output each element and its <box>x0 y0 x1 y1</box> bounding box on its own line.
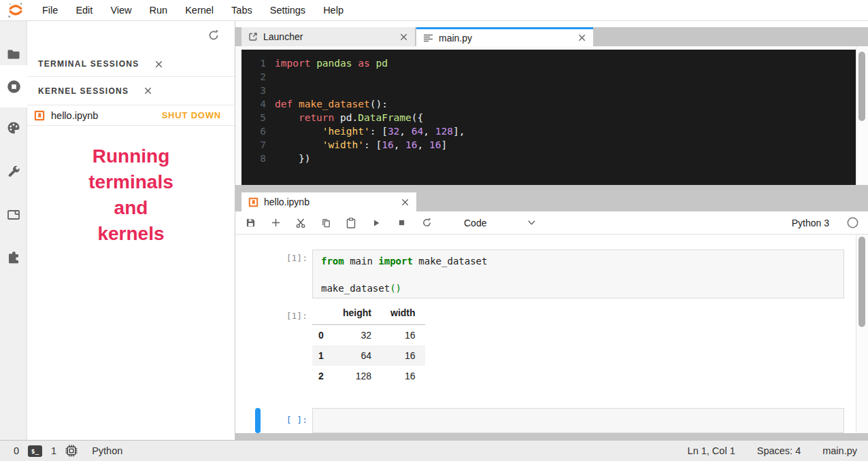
table-row-index: 2 <box>312 366 333 386</box>
table-cell: 128 <box>333 366 381 386</box>
notebook-content: [1]: from main import make_dataset make_… <box>235 235 868 433</box>
tab-hello-ipynb[interactable]: hello.ipynb <box>241 192 416 211</box>
table-corner <box>312 305 333 325</box>
close-icon[interactable] <box>578 33 586 42</box>
annotation-line: Running <box>27 143 235 169</box>
line-number: 3 <box>241 84 266 97</box>
line-number: 6 <box>241 124 266 138</box>
close-icon[interactable] <box>401 198 410 207</box>
dataframe-output-table: heightwidth0321616416212816 <box>312 305 425 386</box>
stop-icon[interactable] <box>396 218 407 228</box>
scrollbar-thumb[interactable] <box>858 237 865 327</box>
table-column-header: height <box>333 305 381 325</box>
indent-setting[interactable]: Spaces: 4 <box>757 445 801 456</box>
kernel-session-row[interactable]: hello.ipynb SHUT DOWN <box>27 105 235 126</box>
panel-toolbar <box>27 21 235 52</box>
status-bar: 0 $_ 1 Python Ln 1, Col 1 Spaces <box>0 440 868 461</box>
tab-main-py[interactable]: main.py <box>416 27 593 46</box>
save-icon[interactable] <box>245 218 256 228</box>
paste-icon[interactable] <box>346 218 356 228</box>
notebook-tab-bar: hello.ipynb <box>235 192 868 211</box>
code-line: 8 }) <box>241 152 856 165</box>
kernel-indicator[interactable]: Python 3 <box>792 217 868 228</box>
code-line: 1import pandas as pd <box>241 56 856 70</box>
restart-icon[interactable] <box>421 218 432 228</box>
line-number: 8 <box>241 152 266 165</box>
code-line: 6 'height': [32, 64, 128], <box>241 124 856 138</box>
annotation-line: and <box>27 195 235 221</box>
line-number: 2 <box>241 70 266 84</box>
terminal-icon: $_ <box>28 445 42 457</box>
tab-launcher[interactable]: Launcher <box>241 27 415 46</box>
menu: FileEditViewRunKernelTabsSettingsHelp <box>33 0 352 20</box>
code-line <box>321 268 835 281</box>
add-icon[interactable] <box>270 218 281 228</box>
annotation-line: terminals <box>27 169 235 195</box>
menu-item-settings[interactable]: Settings <box>261 0 314 20</box>
chip-icon <box>65 445 78 457</box>
run-icon[interactable] <box>371 218 382 228</box>
table-cell: 16 <box>381 366 425 386</box>
cell-type-dropdown[interactable]: Code <box>464 218 536 228</box>
scrollbar-thumb[interactable] <box>858 52 865 121</box>
kernel-status-label: Python <box>92 445 122 456</box>
close-icon[interactable] <box>399 33 408 41</box>
annotation-line: kernels <box>27 221 235 247</box>
close-icon[interactable] <box>154 60 163 69</box>
line-number: 4 <box>241 97 266 111</box>
session-name: hello.ipynb <box>51 110 162 121</box>
code-cell[interactable]: from main import make_dataset make_datas… <box>312 250 844 298</box>
stop-circle-icon <box>6 79 22 95</box>
table-row: 212816 <box>312 366 425 386</box>
code-editor[interactable]: 1import pandas as pd2 3 4def make_datase… <box>241 50 856 185</box>
table-cell: 16 <box>381 345 425 366</box>
sidebar-item-commands[interactable] <box>0 107 27 149</box>
cell-type-value: Code <box>464 218 486 228</box>
notebook-icon <box>248 197 258 207</box>
menu-item-help[interactable]: Help <box>314 0 352 20</box>
code-editor-panel: 1import pandas as pd2 3 4def make_datase… <box>235 46 868 185</box>
kernel-sessions-label: KERNEL SESSIONS <box>38 86 129 96</box>
editor-status-group: Ln 1, Col 1 Spaces: 4 main.py <box>666 445 868 456</box>
terminal-sessions-label: TERMINAL SESSIONS <box>38 59 139 69</box>
code-line: 2 <box>241 70 856 84</box>
editor-scrollbar <box>856 46 868 185</box>
cut-icon[interactable] <box>295 218 306 228</box>
shutdown-button[interactable]: SHUT DOWN <box>162 110 221 120</box>
running-sessions-status[interactable]: 0 $_ 1 Python <box>14 445 122 457</box>
dock-top-strip <box>235 21 868 27</box>
sidebar-item-tabs[interactable] <box>0 194 27 236</box>
copy-icon[interactable] <box>320 218 331 228</box>
menu-item-view[interactable]: View <box>101 0 140 20</box>
code-line: 7 'width': [16, 16, 16] <box>241 138 856 152</box>
code-line: 5 return pd.DataFrame({ <box>241 111 856 124</box>
menu-bar: FileEditViewRunKernelTabsSettingsHelp <box>0 0 868 21</box>
table-row-index: 0 <box>312 325 333 346</box>
empty-code-cell[interactable] <box>312 408 844 433</box>
line-number: 7 <box>241 138 266 152</box>
code-line: make_dataset() <box>321 281 835 295</box>
terminal-sessions-header: TERMINAL SESSIONS <box>27 52 235 77</box>
table-cell: 16 <box>381 325 425 346</box>
tab-label: hello.ipynb <box>264 197 401 207</box>
close-icon[interactable] <box>144 86 152 95</box>
menu-item-kernel[interactable]: Kernel <box>176 0 222 20</box>
tab-label: Launcher <box>263 31 399 42</box>
refresh-icon[interactable] <box>207 29 220 41</box>
menu-item-run[interactable]: Run <box>141 0 177 20</box>
cursor-position[interactable]: Ln 1, Col 1 <box>688 445 735 456</box>
text-file-icon <box>423 33 433 43</box>
dock-split-handle[interactable] <box>235 185 868 192</box>
sidebar-item-running[interactable] <box>0 65 27 107</box>
menu-item-tabs[interactable]: Tabs <box>222 0 261 20</box>
jupyterlab-window: FileEditViewRunKernelTabsSettingsHelp <box>0 0 868 461</box>
main-dock-panel: Launcher main.py <box>235 21 868 440</box>
line-number: 5 <box>241 111 266 124</box>
table-cell: 64 <box>333 345 381 366</box>
sidebar-item-extensions[interactable] <box>0 237 27 279</box>
menu-item-file[interactable]: File <box>33 0 67 20</box>
code-line: from main import make_dataset <box>321 254 835 268</box>
sidebar-item-inspector[interactable] <box>0 150 27 192</box>
menu-item-edit[interactable]: Edit <box>67 0 101 20</box>
kernel-count: 1 <box>51 445 56 456</box>
